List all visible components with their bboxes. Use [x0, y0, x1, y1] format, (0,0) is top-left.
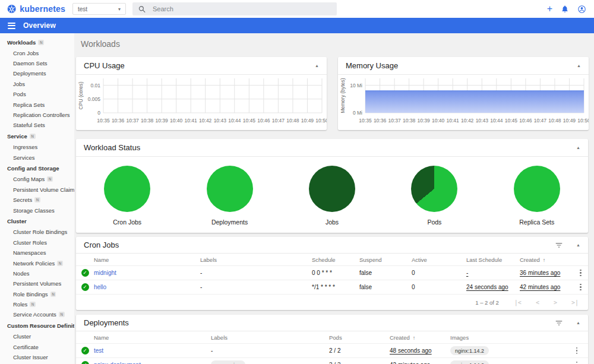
- sidebar-section-cluster[interactable]: Cluster: [0, 216, 74, 227]
- cron-job-row: ✓hello-*/1 * * * *false024 seconds ago42…: [76, 280, 588, 295]
- deployment-row: ✓test-2 / 248 seconds agonginx:1.14.2: [76, 344, 588, 358]
- labels-cell: -: [200, 270, 312, 276]
- workload-pie-jobs: Jobs: [309, 166, 355, 226]
- search-bar[interactable]: [132, 2, 337, 15]
- sidebar-item-persistent-volume-claims[interactable]: Persistent Volume ClaimsN: [0, 185, 74, 195]
- kebab-menu-icon[interactable]: [573, 360, 582, 364]
- kubernetes-logo[interactable]: kubernetes: [0, 4, 72, 14]
- svg-text:10:49: 10:49: [563, 118, 576, 124]
- sidebar-item-persistent-volumes[interactable]: Persistent Volumes: [0, 278, 74, 289]
- svg-text:Memory (bytes): Memory (bytes): [340, 78, 346, 113]
- sidebar-item-stateful-sets[interactable]: Stateful Sets: [0, 120, 74, 130]
- column-header-labels[interactable]: Labels: [211, 334, 329, 341]
- sidebar-section-config-and-storage[interactable]: Config and Storage: [0, 163, 74, 175]
- status-ok-icon: ✓: [81, 269, 89, 277]
- menu-icon[interactable]: [8, 23, 15, 29]
- cron-jobs-title: Cron Jobs: [84, 240, 542, 249]
- pagination-first-icon[interactable]: |<: [514, 299, 522, 306]
- column-header-labels[interactable]: Labels: [200, 257, 312, 263]
- sidebar-item-certificate[interactable]: Certificate: [0, 342, 74, 352]
- column-header-images[interactable]: Images: [450, 334, 565, 341]
- collapse-caret-icon[interactable]: ▲: [576, 145, 580, 150]
- sidebar-item-secrets[interactable]: SecretsN: [0, 195, 74, 205]
- sidebar-item-services[interactable]: Services: [0, 152, 74, 162]
- created-cell: 48 seconds ago: [390, 347, 450, 354]
- status-ok-icon: ✓: [81, 361, 89, 364]
- collapse-caret-icon[interactable]: ▲: [577, 64, 581, 68]
- sidebar-section-workloads[interactable]: WorkloadsN: [0, 36, 74, 48]
- sidebar-item-service-accounts-label: Service Accounts: [13, 311, 56, 318]
- pagination-prev-icon[interactable]: <: [536, 299, 539, 306]
- create-plus-button[interactable]: +: [547, 4, 552, 14]
- filter-button[interactable]: [555, 319, 563, 327]
- column-header-active[interactable]: Active: [412, 257, 466, 263]
- sidebar-item-replica-sets[interactable]: Replica Sets: [0, 99, 74, 109]
- sidebar-section-workloads-label: Workloads: [7, 39, 36, 46]
- column-header-created[interactable]: Created↑: [390, 334, 450, 341]
- sidebar-item-jobs[interactable]: Jobs: [0, 79, 74, 89]
- account-profile-button[interactable]: [577, 5, 586, 14]
- sidebar-item-storage-classes[interactable]: Storage Classes: [0, 205, 74, 215]
- sidebar-item-services-label: Services: [13, 154, 34, 161]
- svg-text:10:50: 10:50: [577, 118, 589, 124]
- column-header-suspend[interactable]: Suspend: [359, 257, 412, 263]
- sidebar-item-role-bindings[interactable]: Role BindingsN: [0, 289, 74, 299]
- cron-job-name-link[interactable]: hello: [94, 284, 200, 290]
- column-header-pods[interactable]: Pods: [329, 334, 390, 341]
- column-header-schedule[interactable]: Schedule: [312, 257, 359, 263]
- sidebar-item-cluster-role-bindings[interactable]: Cluster Role Bindings: [0, 227, 74, 237]
- workload-pie-cron-jobs: Cron Jobs: [104, 166, 150, 226]
- namespaced-badge: N: [47, 176, 53, 182]
- column-header-created[interactable]: Created↑: [520, 257, 573, 263]
- sidebar-section-custom-resource-definitions[interactable]: Custom Resource Definitions: [0, 320, 74, 332]
- svg-text:10:39: 10:39: [155, 118, 168, 124]
- namespaced-badge: N: [50, 292, 56, 297]
- sidebar-item-namespaces[interactable]: Namespaces: [0, 248, 74, 258]
- pie-chart-deployments: [207, 166, 253, 212]
- cron-job-name-link[interactable]: midnight: [94, 270, 200, 276]
- sidebar-section-service[interactable]: ServiceN: [0, 131, 74, 143]
- sidebar-item-replication-controllers[interactable]: Replication Controllers: [0, 110, 74, 120]
- workload-status-card: Workload Status ▲ Cron JobsDeploymentsJo…: [76, 139, 588, 233]
- column-header-name[interactable]: Name: [94, 257, 200, 263]
- kebab-menu-icon[interactable]: [576, 268, 585, 278]
- pagination-last-icon[interactable]: >|: [571, 299, 579, 306]
- collapse-caret-icon[interactable]: ▲: [576, 321, 580, 325]
- sidebar-item-daemon-sets[interactable]: Daemon Sets: [0, 58, 74, 68]
- kubernetes-dashboard: kubernetes test ▾ +: [0, 0, 594, 364]
- sidebar-item-service-accounts[interactable]: Service AccountsN: [0, 309, 74, 319]
- collapse-caret-icon[interactable]: ▲: [576, 243, 580, 247]
- table-header-row: NameLabelsPodsCreated↑Images: [76, 331, 588, 344]
- sidebar-item-deployments[interactable]: Deployments: [0, 68, 74, 78]
- kebab-menu-icon[interactable]: [576, 283, 585, 292]
- sidebar-item-ingresses[interactable]: Ingresses: [0, 142, 74, 152]
- sidebar-item-cluster-label: Cluster: [13, 333, 31, 340]
- collapse-caret-icon[interactable]: ▲: [315, 64, 319, 68]
- column-header-last-schedule[interactable]: Last Schedule: [466, 257, 520, 263]
- svg-text:10:45: 10:45: [505, 118, 518, 124]
- sidebar-item-pods[interactable]: Pods: [0, 89, 74, 99]
- column-header-name[interactable]: Name: [94, 334, 211, 341]
- sidebar-item-roles[interactable]: RolesN: [0, 299, 74, 309]
- search-input[interactable]: [153, 5, 331, 12]
- sidebar-item-cron-jobs[interactable]: Cron Jobs: [0, 48, 74, 58]
- active-cell: 0: [412, 284, 466, 290]
- sidebar-item-cluster[interactable]: Cluster: [0, 331, 74, 341]
- sidebar-item-cluster-roles[interactable]: Cluster Roles: [0, 238, 74, 248]
- deployment-name-link[interactable]: nginx-deployment: [94, 362, 211, 364]
- active-cell: 0: [412, 270, 466, 276]
- pagination-next-icon[interactable]: >: [554, 299, 557, 306]
- notifications-bell-button[interactable]: [561, 5, 569, 13]
- namespaced-badge: N: [38, 40, 44, 45]
- bell-icon: [561, 5, 569, 13]
- sidebar-item-nodes[interactable]: Nodes: [0, 268, 74, 278]
- filter-button[interactable]: [555, 241, 563, 249]
- sidebar-item-network-policies[interactable]: Network PoliciesN: [0, 258, 74, 268]
- kebab-menu-icon[interactable]: [573, 346, 582, 356]
- sidebar-item-config-maps[interactable]: Config MapsN: [0, 174, 74, 184]
- deployment-name-link[interactable]: test: [94, 347, 211, 354]
- namespace-selector[interactable]: test ▾: [72, 3, 126, 15]
- header-actions: +: [547, 4, 594, 14]
- sidebar-section-custom-resource-definitions-label: Custom Resource Definitions: [7, 322, 74, 329]
- sidebar-item-cluster-issuer[interactable]: Cluster Issuer: [0, 352, 74, 362]
